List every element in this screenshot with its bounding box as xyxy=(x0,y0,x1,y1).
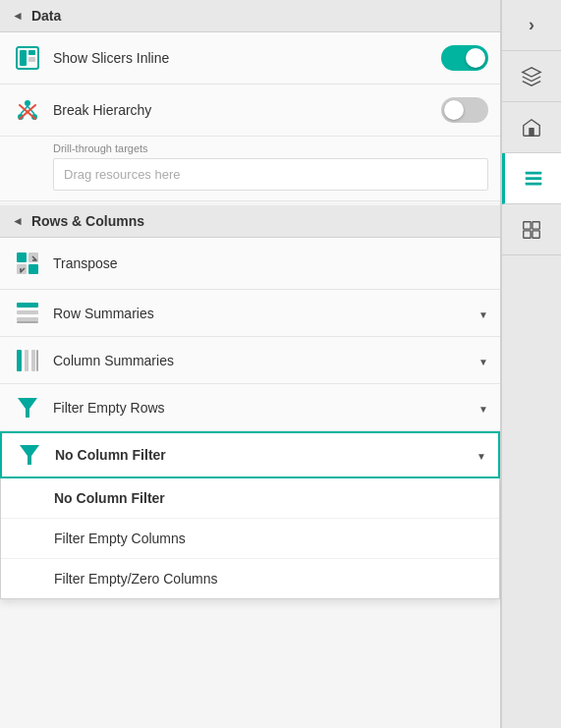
row-summaries-label: Row Summaries xyxy=(53,306,478,321)
grid-sidebar-button[interactable] xyxy=(502,204,561,255)
column-summaries-caret xyxy=(478,353,488,368)
rows-columns-chevron: ◄ xyxy=(12,214,24,228)
main-panel: ◄ Data Show Slicers Inline xyxy=(0,0,501,728)
break-hierarchy-toggle[interactable] xyxy=(441,97,488,123)
drill-through-container: Drill-through targets Drag resources her… xyxy=(0,137,500,201)
rows-columns-title: Rows & Columns xyxy=(31,213,144,229)
break-hierarchy-row: Break Hierarchy xyxy=(0,84,500,137)
dropdown-item-empty-zero-columns-label: Filter Empty/Zero Columns xyxy=(54,571,217,587)
column-filter-row[interactable]: No Column Filter xyxy=(0,431,500,478)
filter-empty-rows-caret xyxy=(478,400,488,416)
dropdown-item-empty-columns-label: Filter Empty Columns xyxy=(54,531,186,546)
column-filter-icon xyxy=(14,439,45,471)
svg-point-4 xyxy=(25,100,30,106)
svg-rect-14 xyxy=(28,264,38,274)
cube-icon xyxy=(521,66,542,87)
dropdown-item-no-filter-label: No Column Filter xyxy=(54,490,165,506)
cube-sidebar-button[interactable] xyxy=(502,51,561,102)
svg-rect-18 xyxy=(17,321,38,323)
svg-rect-26 xyxy=(525,171,541,174)
transpose-icon xyxy=(12,248,43,279)
show-slicers-label: Show Slicers Inline xyxy=(53,50,441,66)
svg-rect-28 xyxy=(525,182,541,185)
svg-rect-31 xyxy=(524,230,531,237)
right-sidebar: › xyxy=(501,0,561,728)
show-slicers-icon xyxy=(12,42,43,74)
expand-sidebar-button[interactable]: › xyxy=(502,0,561,51)
dropdown-item-no-filter[interactable]: No Column Filter xyxy=(1,478,499,519)
row-summaries-row[interactable]: Row Summaries xyxy=(0,290,500,337)
svg-rect-32 xyxy=(533,230,539,237)
dropdown-item-empty-zero-columns[interactable]: Filter Empty/Zero Columns xyxy=(1,559,499,598)
column-summaries-icon xyxy=(12,345,43,376)
column-summaries-row[interactable]: Column Summaries xyxy=(0,337,500,384)
svg-marker-24 xyxy=(20,445,39,465)
row-summaries-caret xyxy=(478,306,488,321)
expand-icon: › xyxy=(529,15,534,35)
svg-rect-19 xyxy=(17,350,22,371)
column-filter-label: No Column Filter xyxy=(55,447,477,463)
svg-rect-22 xyxy=(36,350,38,371)
transpose-label: Transpose xyxy=(53,255,488,271)
svg-rect-17 xyxy=(17,317,38,321)
svg-rect-11 xyxy=(17,252,27,262)
show-slicers-row: Show Slicers Inline xyxy=(0,32,500,84)
svg-rect-15 xyxy=(17,303,38,308)
column-summaries-label: Column Summaries xyxy=(53,353,478,368)
show-slicers-toggle[interactable] xyxy=(441,45,488,71)
filter-empty-rows-icon xyxy=(12,392,43,423)
drag-placeholder: Drag resources here xyxy=(64,167,181,182)
svg-rect-25 xyxy=(529,128,534,136)
column-filter-caret xyxy=(477,447,486,463)
data-section-title: Data xyxy=(31,8,61,24)
rows-icon xyxy=(523,168,544,190)
svg-rect-27 xyxy=(525,177,541,180)
rows-columns-section-header[interactable]: ◄ Rows & Columns xyxy=(0,205,500,238)
row-summaries-icon xyxy=(12,298,43,329)
home-sidebar-button[interactable] xyxy=(502,102,561,153)
svg-rect-13 xyxy=(17,264,27,274)
dropdown-item-empty-columns[interactable]: Filter Empty Columns xyxy=(1,519,499,559)
home-icon xyxy=(521,117,542,139)
svg-marker-23 xyxy=(18,398,37,418)
svg-rect-21 xyxy=(31,350,35,371)
data-section-header[interactable]: ◄ Data xyxy=(0,0,500,32)
svg-rect-30 xyxy=(533,221,539,228)
grid-icon xyxy=(521,219,542,241)
break-hierarchy-icon xyxy=(12,94,43,126)
transpose-row[interactable]: Transpose xyxy=(0,238,500,290)
break-hierarchy-label: Break Hierarchy xyxy=(53,102,441,118)
svg-rect-1 xyxy=(20,50,27,66)
rows-sidebar-button[interactable] xyxy=(502,153,561,204)
svg-rect-29 xyxy=(524,221,531,228)
column-filter-dropdown-menu: No Column Filter Filter Empty Columns Fi… xyxy=(0,478,500,599)
svg-rect-16 xyxy=(17,310,38,314)
svg-rect-20 xyxy=(25,350,28,371)
data-section-chevron: ◄ xyxy=(12,9,24,23)
drag-drop-area[interactable]: Drag resources here xyxy=(53,158,488,191)
drill-through-label: Drill-through targets xyxy=(53,142,488,154)
filter-empty-rows-label: Filter Empty Rows xyxy=(53,400,478,416)
svg-rect-2 xyxy=(28,50,35,55)
svg-rect-3 xyxy=(28,57,35,62)
filter-empty-rows-row[interactable]: Filter Empty Rows xyxy=(0,384,500,431)
